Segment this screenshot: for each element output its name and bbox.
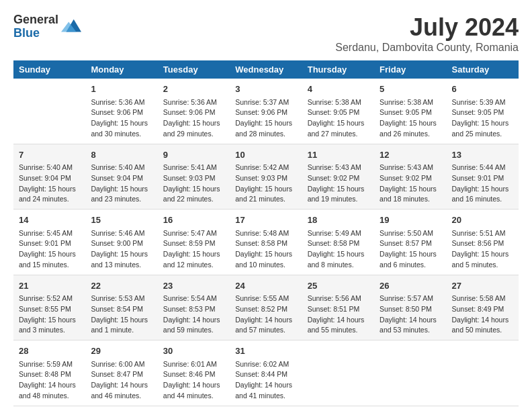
day-info: Sunrise: 5:50 AM Sunset: 8:57 PM Dayligh… [380, 228, 441, 271]
day-info: Sunrise: 5:45 AM Sunset: 9:01 PM Dayligh… [19, 228, 80, 271]
location-subtitle: Serdanu, Dambovita County, Romania [335, 42, 519, 54]
day-number: 4 [308, 83, 369, 96]
day-info: Sunrise: 5:39 AM Sunset: 9:05 PM Dayligh… [452, 97, 513, 140]
calendar-cell: 13Sunrise: 5:44 AM Sunset: 9:01 PM Dayli… [447, 144, 519, 210]
col-header-sunday: Sunday [13, 60, 85, 79]
calendar-cell [447, 340, 519, 406]
calendar-cell: 4Sunrise: 5:38 AM Sunset: 9:05 PM Daylig… [302, 79, 374, 144]
calendar-cell: 8Sunrise: 5:40 AM Sunset: 9:04 PM Daylig… [85, 144, 157, 210]
calendar-week-row: 14Sunrise: 5:45 AM Sunset: 9:01 PM Dayli… [13, 210, 519, 275]
calendar-week-row: 7Sunrise: 5:40 AM Sunset: 9:04 PM Daylig… [13, 144, 519, 210]
day-info: Sunrise: 6:00 AM Sunset: 8:47 PM Dayligh… [91, 359, 152, 402]
day-info: Sunrise: 5:36 AM Sunset: 9:06 PM Dayligh… [91, 97, 152, 140]
day-number: 13 [452, 148, 513, 162]
day-number: 14 [19, 214, 80, 227]
col-header-wednesday: Wednesday [230, 60, 302, 79]
day-number: 18 [308, 214, 369, 227]
day-info: Sunrise: 6:02 AM Sunset: 8:44 PM Dayligh… [235, 359, 296, 402]
calendar-cell: 18Sunrise: 5:49 AM Sunset: 8:58 PM Dayli… [302, 210, 374, 275]
col-header-friday: Friday [374, 60, 446, 79]
day-number: 8 [91, 148, 152, 162]
calendar-cell: 28Sunrise: 5:59 AM Sunset: 8:48 PM Dayli… [13, 340, 85, 406]
day-number: 28 [19, 345, 80, 358]
day-number: 30 [163, 345, 224, 358]
day-number: 11 [308, 148, 369, 162]
col-header-tuesday: Tuesday [158, 60, 230, 79]
calendar-cell: 17Sunrise: 5:48 AM Sunset: 8:58 PM Dayli… [230, 210, 302, 275]
day-info: Sunrise: 5:38 AM Sunset: 9:05 PM Dayligh… [308, 97, 369, 140]
calendar-cell: 10Sunrise: 5:42 AM Sunset: 9:03 PM Dayli… [230, 144, 302, 210]
calendar-cell: 26Sunrise: 5:57 AM Sunset: 8:50 PM Dayli… [374, 275, 446, 340]
logo: General Blue [13, 13, 81, 40]
day-number: 15 [91, 214, 152, 227]
day-info: Sunrise: 5:36 AM Sunset: 9:06 PM Dayligh… [163, 97, 224, 140]
day-number: 17 [235, 214, 296, 227]
calendar-cell: 6Sunrise: 5:39 AM Sunset: 9:05 PM Daylig… [447, 79, 519, 144]
day-number: 23 [163, 279, 224, 293]
calendar-cell: 11Sunrise: 5:43 AM Sunset: 9:02 PM Dayli… [302, 144, 374, 210]
day-info: Sunrise: 5:47 AM Sunset: 8:59 PM Dayligh… [163, 228, 224, 271]
day-info: Sunrise: 5:40 AM Sunset: 9:04 PM Dayligh… [19, 163, 80, 205]
calendar-cell: 22Sunrise: 5:53 AM Sunset: 8:54 PM Dayli… [85, 275, 157, 340]
page-header: General Blue July 2024 Serdanu, Dambovit… [13, 13, 519, 54]
day-info: Sunrise: 5:53 AM Sunset: 8:54 PM Dayligh… [91, 293, 152, 336]
col-header-thursday: Thursday [302, 60, 374, 79]
day-number: 26 [380, 279, 441, 293]
calendar-cell: 21Sunrise: 5:52 AM Sunset: 8:55 PM Dayli… [13, 275, 85, 340]
day-info: Sunrise: 5:56 AM Sunset: 8:51 PM Dayligh… [308, 293, 369, 336]
day-number: 22 [91, 279, 152, 293]
day-info: Sunrise: 5:54 AM Sunset: 8:53 PM Dayligh… [163, 293, 224, 336]
calendar-cell: 23Sunrise: 5:54 AM Sunset: 8:53 PM Dayli… [158, 275, 230, 340]
calendar-cell: 7Sunrise: 5:40 AM Sunset: 9:04 PM Daylig… [13, 144, 85, 210]
col-header-monday: Monday [85, 60, 157, 79]
day-info: Sunrise: 5:43 AM Sunset: 9:02 PM Dayligh… [308, 163, 369, 205]
day-number: 1 [91, 83, 152, 96]
calendar-cell: 3Sunrise: 5:37 AM Sunset: 9:06 PM Daylig… [230, 79, 302, 144]
calendar-week-row: 28Sunrise: 5:59 AM Sunset: 8:48 PM Dayli… [13, 340, 519, 406]
logo-blue-text: Blue [13, 27, 58, 40]
logo-general-text: General [13, 13, 58, 27]
calendar-cell [302, 340, 374, 406]
day-number: 3 [235, 83, 296, 96]
calendar-cell: 9Sunrise: 5:41 AM Sunset: 9:03 PM Daylig… [158, 144, 230, 210]
day-info: Sunrise: 5:43 AM Sunset: 9:02 PM Dayligh… [380, 163, 441, 205]
day-info: Sunrise: 6:01 AM Sunset: 8:46 PM Dayligh… [163, 359, 224, 402]
day-info: Sunrise: 5:40 AM Sunset: 9:04 PM Dayligh… [91, 163, 152, 205]
day-info: Sunrise: 5:41 AM Sunset: 9:03 PM Dayligh… [163, 163, 224, 205]
day-info: Sunrise: 5:42 AM Sunset: 9:03 PM Dayligh… [235, 163, 296, 205]
day-number: 10 [235, 148, 296, 162]
calendar-cell: 29Sunrise: 6:00 AM Sunset: 8:47 PM Dayli… [85, 340, 157, 406]
day-number: 7 [19, 148, 80, 162]
day-info: Sunrise: 5:52 AM Sunset: 8:55 PM Dayligh… [19, 293, 80, 336]
calendar-cell: 14Sunrise: 5:45 AM Sunset: 9:01 PM Dayli… [13, 210, 85, 275]
calendar-header-row: SundayMondayTuesdayWednesdayThursdayFrid… [13, 60, 519, 79]
day-info: Sunrise: 5:59 AM Sunset: 8:48 PM Dayligh… [19, 359, 80, 402]
calendar-table: SundayMondayTuesdayWednesdayThursdayFrid… [13, 60, 519, 406]
calendar-cell: 15Sunrise: 5:46 AM Sunset: 9:00 PM Dayli… [85, 210, 157, 275]
calendar-cell [13, 79, 85, 144]
day-info: Sunrise: 5:38 AM Sunset: 9:05 PM Dayligh… [380, 97, 441, 140]
day-info: Sunrise: 5:51 AM Sunset: 8:56 PM Dayligh… [452, 228, 513, 271]
day-number: 27 [452, 279, 513, 293]
calendar-cell: 30Sunrise: 6:01 AM Sunset: 8:46 PM Dayli… [158, 340, 230, 406]
day-info: Sunrise: 5:58 AM Sunset: 8:49 PM Dayligh… [452, 293, 513, 336]
day-number: 25 [308, 279, 369, 293]
day-info: Sunrise: 5:49 AM Sunset: 8:58 PM Dayligh… [308, 228, 369, 271]
day-number: 6 [452, 83, 513, 96]
day-number: 12 [380, 148, 441, 162]
day-number: 24 [235, 279, 296, 293]
calendar-cell: 12Sunrise: 5:43 AM Sunset: 9:02 PM Dayli… [374, 144, 446, 210]
day-number: 16 [163, 214, 224, 227]
calendar-week-row: 1Sunrise: 5:36 AM Sunset: 9:06 PM Daylig… [13, 79, 519, 144]
day-number: 31 [235, 345, 296, 358]
day-info: Sunrise: 5:48 AM Sunset: 8:58 PM Dayligh… [235, 228, 296, 271]
day-info: Sunrise: 5:46 AM Sunset: 9:00 PM Dayligh… [91, 228, 152, 271]
calendar-cell: 2Sunrise: 5:36 AM Sunset: 9:06 PM Daylig… [158, 79, 230, 144]
day-number: 20 [452, 214, 513, 227]
calendar-cell: 16Sunrise: 5:47 AM Sunset: 8:59 PM Dayli… [158, 210, 230, 275]
day-info: Sunrise: 5:55 AM Sunset: 8:52 PM Dayligh… [235, 293, 296, 336]
calendar-cell: 20Sunrise: 5:51 AM Sunset: 8:56 PM Dayli… [447, 210, 519, 275]
col-header-saturday: Saturday [447, 60, 519, 79]
day-info: Sunrise: 5:37 AM Sunset: 9:06 PM Dayligh… [235, 97, 296, 140]
calendar-cell: 27Sunrise: 5:58 AM Sunset: 8:49 PM Dayli… [447, 275, 519, 340]
